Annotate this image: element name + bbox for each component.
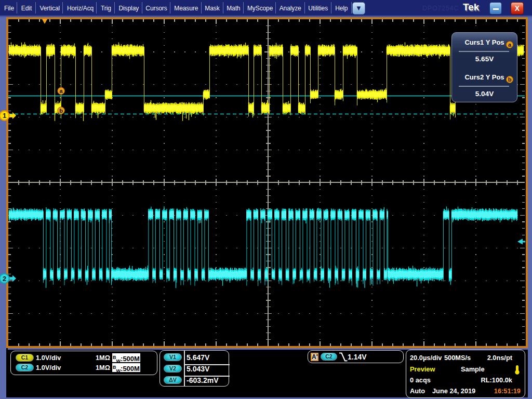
svg-text:a: a bbox=[60, 88, 63, 94]
svg-text:2: 2 bbox=[3, 275, 6, 283]
svg-text:b: b bbox=[59, 108, 63, 114]
svg-text:1: 1 bbox=[3, 112, 6, 119]
